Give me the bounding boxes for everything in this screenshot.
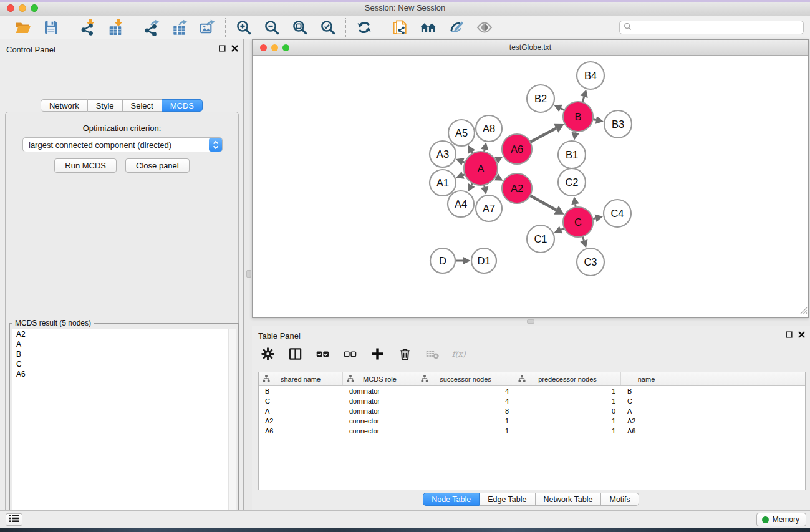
node-label: A8 [483,123,495,134]
run-mcds-button[interactable]: Run MCDS [54,158,117,173]
table-cell[interactable]: A6 [259,427,343,435]
tab-network[interactable]: Network [41,99,88,112]
table-cell[interactable]: A [621,407,672,415]
import-table-icon[interactable] [107,19,123,36]
column-header-successor-nodes[interactable]: successor nodes [417,372,514,385]
open-network-file-icon[interactable] [392,19,408,36]
table-cell[interactable]: 8 [417,407,514,415]
column-view-icon[interactable] [287,346,304,362]
mcds-result-list[interactable]: A2ABCA6 [12,329,236,532]
task-history-button[interactable] [6,513,22,526]
search-field[interactable] [619,21,804,34]
resize-grip-icon[interactable] [799,306,808,317]
float-icon[interactable] [219,45,226,52]
desktop-background-strip [0,528,810,532]
node-label: A6 [511,143,523,155]
table-cell[interactable]: dominator [343,407,417,415]
column-header-MCDS-role[interactable]: MCDS role [343,372,417,385]
result-list-item[interactable]: C [12,359,236,369]
table-cell[interactable]: B [259,387,343,395]
table-cell[interactable]: connector [343,417,417,425]
table-cell[interactable]: A2 [259,417,343,425]
select-all-icon[interactable] [314,346,331,362]
table-cell[interactable]: A [259,407,343,415]
tab-style[interactable]: Style [88,99,123,112]
table-cell[interactable]: A6 [621,427,672,435]
node-label: A7 [483,203,495,214]
table-row[interactable]: A2connector11A2 [259,416,805,426]
table-cell[interactable]: 1 [514,427,621,435]
column-header-predecessor-nodes[interactable]: predecessor nodes [514,372,621,385]
tab-mcds[interactable]: MCDS [162,99,203,112]
close-icon[interactable] [231,45,238,52]
tab-select[interactable]: Select [123,99,162,112]
column-header-label: MCDS role [363,375,397,383]
delete-row-icon[interactable] [397,346,413,362]
open-session-icon[interactable] [14,19,31,36]
result-list-item[interactable]: B [12,349,236,359]
table-row[interactable]: Bdominator41B [259,386,805,396]
table-cell[interactable]: 0 [514,407,621,415]
table-cell[interactable]: 1 [417,427,514,435]
tab-network-table[interactable]: Network Table [536,493,602,506]
network-canvas[interactable]: B4B2BB3A8A5A6A3B1AA1C2A2A4A7C4CC1DD1C3 [253,56,808,317]
tab-node-table[interactable]: Node Table [423,493,480,506]
table-cell[interactable]: A2 [621,417,672,425]
table-cell[interactable]: 1 [417,417,514,425]
table-cell[interactable]: 4 [417,387,514,395]
table-cell[interactable]: C [259,397,343,405]
tab-edge-table[interactable]: Edge Table [480,493,535,506]
close-panel-button[interactable]: Close panel [125,158,190,173]
add-row-icon[interactable] [369,346,386,362]
network-window-titlebar[interactable]: testGlobe.txt [253,40,808,56]
zoom-out-icon[interactable] [263,19,280,36]
table-cell[interactable]: connector [343,427,417,435]
table-row[interactable]: Cdominator41C [259,396,805,406]
export-image-icon[interactable] [199,19,216,36]
zoom-in-icon[interactable] [235,19,252,36]
table-cell[interactable]: 1 [514,417,621,425]
table-cell[interactable]: dominator [343,397,417,405]
result-list-item[interactable]: A [12,339,236,349]
result-list-item[interactable]: A6 [12,369,236,379]
deselect-all-icon[interactable] [342,346,359,362]
panel-splitter-handle[interactable] [246,270,251,278]
save-session-icon[interactable] [42,19,59,36]
table-cell[interactable]: dominator [343,387,417,395]
annotation-pen-icon[interactable] [448,19,465,36]
result-list-scrollbar[interactable] [228,329,236,532]
table-row[interactable]: Adominator80A [259,406,805,416]
home-icon[interactable] [420,19,436,36]
show-graphics-details-icon[interactable] [476,19,493,36]
result-list-item[interactable]: A2 [12,329,236,339]
table-cell[interactable]: 4 [417,397,514,405]
export-table-icon[interactable] [171,19,188,36]
criterion-select[interactable]: largest connected component (directed) [22,137,223,152]
table-row[interactable]: A6connector11A6 [259,426,805,436]
export-network-icon[interactable] [143,19,160,36]
settings-icon[interactable] [259,346,276,362]
table-cell[interactable]: C [621,397,672,405]
table-cell[interactable]: 1 [514,387,621,395]
memory-label: Memory [773,515,799,524]
table-splitter-handle[interactable] [527,319,534,324]
column-header-label: name [638,375,655,383]
table-cell[interactable]: 1 [514,397,621,405]
column-header-shared-name[interactable]: shared name [259,372,343,385]
delete-table-icon [424,346,441,362]
table-cell[interactable]: B [621,387,672,395]
import-network-icon[interactable] [79,19,95,36]
mcds-tab-content: Optimization criterion: largest connecte… [5,112,239,532]
float-icon[interactable] [786,331,793,338]
tab-motifs[interactable]: Motifs [601,493,639,506]
close-icon[interactable] [798,331,805,338]
search-input[interactable] [632,22,803,32]
refresh-network-icon[interactable] [355,19,372,36]
mcds-result-group: MCDS result (5 nodes) A2ABCA6 [9,323,239,532]
zoom-selected-icon[interactable] [319,19,336,36]
zoom-fit-icon[interactable] [291,19,308,36]
memory-button[interactable]: Memory [756,513,806,526]
control-panel-tabs: NetworkStyleSelectMCDS [0,99,243,112]
column-header-name[interactable]: name [621,372,672,385]
table-panel: Table Panel f(x) shared nameMCDS rolesuc… [252,326,810,510]
